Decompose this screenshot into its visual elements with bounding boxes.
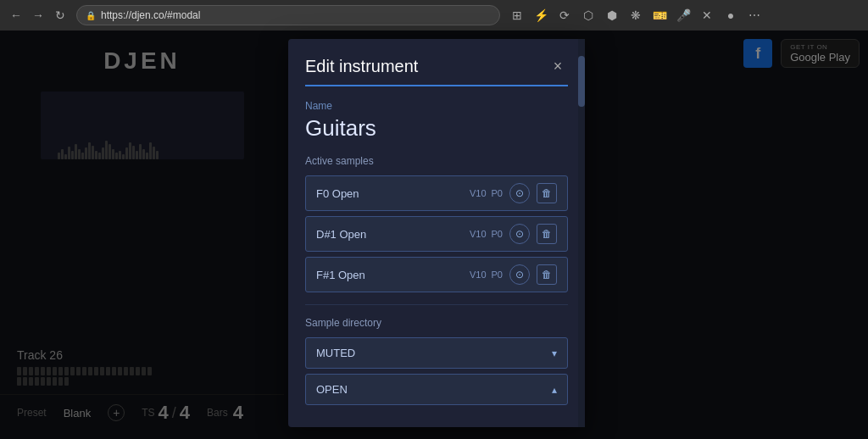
menu-button[interactable]: ⋯ bbox=[744, 5, 765, 25]
muted-dropdown[interactable]: MUTED ▾ bbox=[305, 337, 568, 369]
tabs-button[interactable]: ⊞ bbox=[507, 5, 527, 25]
refresh-icon[interactable]: ⟳ bbox=[554, 5, 575, 25]
sample-name-1: D#1 Open bbox=[316, 228, 463, 241]
lock-icon: 🔒 bbox=[86, 11, 96, 20]
modal-title: Edit instrument bbox=[305, 57, 418, 76]
url-text: https://djen.co/#modal bbox=[101, 9, 200, 21]
sample-v-0: V10 bbox=[470, 188, 487, 198]
open-dropdown[interactable]: OPEN ▴ bbox=[305, 374, 568, 405]
open-dropdown-arrow: ▴ bbox=[552, 384, 557, 396]
sample-row: D#1 Open V10 P0 ⊙ 🗑 bbox=[305, 216, 568, 252]
muted-dropdown-arrow: ▾ bbox=[552, 347, 557, 359]
edit-instrument-modal: Edit instrument × Name Guitars Active sa… bbox=[288, 39, 585, 427]
modal-scrollbar[interactable] bbox=[578, 39, 585, 427]
nav-buttons: ← → ↻ bbox=[7, 6, 70, 25]
sample-p-1: P0 bbox=[492, 229, 503, 239]
plugin3-button[interactable]: 🎫 bbox=[649, 5, 670, 25]
muted-dropdown-label: MUTED bbox=[316, 347, 355, 359]
open-dropdown-label: OPEN bbox=[316, 383, 348, 396]
active-samples-label: Active samples bbox=[305, 155, 568, 167]
sample-delete-button-0[interactable]: 🗑 bbox=[537, 183, 557, 203]
app-area: DJEN bbox=[0, 31, 868, 439]
share-button[interactable]: ⬡ bbox=[578, 5, 598, 25]
modal-close-button[interactable]: × bbox=[548, 56, 568, 76]
back-button[interactable]: ← bbox=[7, 6, 25, 25]
sample-p-2: P0 bbox=[492, 270, 503, 280]
sample-delete-button-2[interactable]: 🗑 bbox=[537, 264, 557, 285]
sample-name-2: F#1 Open bbox=[316, 269, 463, 281]
forward-button[interactable]: → bbox=[29, 6, 47, 25]
scrollbar-thumb bbox=[578, 56, 585, 107]
sample-play-button-1[interactable]: ⊙ bbox=[509, 224, 530, 244]
profile-button[interactable]: ● bbox=[721, 5, 741, 25]
plugin4-button[interactable]: ✕ bbox=[697, 5, 717, 25]
divider bbox=[305, 304, 568, 305]
mic-button[interactable]: 🎤 bbox=[673, 5, 693, 25]
sample-v-2: V10 bbox=[470, 270, 487, 280]
modal-header: Edit instrument × bbox=[305, 56, 568, 86]
sample-v-1: V10 bbox=[470, 229, 487, 239]
browser-chrome: ← → ↻ 🔒 https://djen.co/#modal ⊞ ⚡ ⟳ ⬡ ⬢… bbox=[0, 0, 868, 31]
sample-directory-label: Sample directory bbox=[305, 317, 568, 329]
sample-row: F#1 Open V10 P0 ⊙ 🗑 bbox=[305, 257, 568, 292]
sample-p-0: P0 bbox=[492, 188, 503, 198]
sample-name-0: F0 Open bbox=[316, 187, 463, 200]
sample-play-button-2[interactable]: ⊙ bbox=[509, 264, 530, 285]
sample-meta-1: V10 P0 bbox=[470, 229, 503, 239]
sample-play-button-0[interactable]: ⊙ bbox=[509, 183, 530, 203]
instrument-name-display: Guitars bbox=[305, 115, 568, 142]
sample-meta-0: V10 P0 bbox=[470, 188, 503, 198]
sample-meta-2: V10 P0 bbox=[470, 270, 503, 280]
reload-button[interactable]: ↻ bbox=[51, 6, 70, 25]
sample-delete-button-1[interactable]: 🗑 bbox=[537, 224, 557, 244]
extensions-button[interactable]: ⚡ bbox=[531, 5, 551, 25]
name-field-label: Name bbox=[305, 100, 568, 112]
plugin2-button[interactable]: ❋ bbox=[626, 5, 646, 25]
address-bar[interactable]: 🔒 https://djen.co/#modal bbox=[76, 5, 500, 25]
browser-toolbar: ⊞ ⚡ ⟳ ⬡ ⬢ ❋ 🎫 🎤 ✕ ● ⋯ bbox=[507, 5, 765, 25]
plugin1-button[interactable]: ⬢ bbox=[602, 5, 622, 25]
sample-row: F0 Open V10 P0 ⊙ 🗑 bbox=[305, 175, 568, 211]
